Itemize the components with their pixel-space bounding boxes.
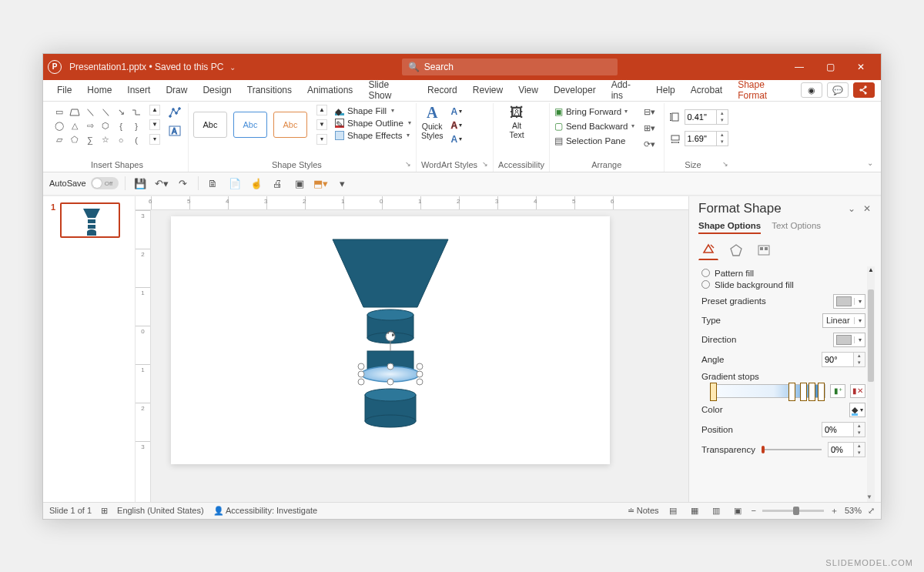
gradient-stop-5[interactable]	[818, 383, 825, 401]
shape-brace2-icon[interactable]: }	[129, 120, 143, 132]
add-gradient-stop-button[interactable]: ▮⁺	[830, 384, 845, 398]
qat-new-button[interactable]: 🗎	[205, 175, 222, 192]
style-preset-3[interactable]: Abc	[273, 112, 307, 138]
wordart-quick-styles-icon[interactable]: A	[427, 105, 437, 120]
text-outline-button[interactable]: A▾	[450, 120, 462, 131]
tab-record[interactable]: Record	[420, 80, 465, 101]
width-input[interactable]: ▴▾	[685, 131, 728, 146]
maximize-button[interactable]: ▢	[815, 54, 845, 80]
shape-effects-button[interactable]: Shape Effects▾	[335, 131, 411, 140]
height-input[interactable]: ▴▾	[685, 109, 728, 125]
pane-options-button[interactable]: ⌄	[844, 201, 859, 216]
sorter-view-button[interactable]: ▦	[687, 504, 702, 517]
qat-more-button[interactable]: ▾	[334, 175, 351, 192]
size-launcher[interactable]: ↘	[722, 160, 728, 168]
wordart-launcher[interactable]: ↘	[482, 160, 488, 168]
tab-review[interactable]: Review	[465, 80, 511, 101]
slide-thumbnail-1[interactable]	[60, 202, 120, 238]
share-button[interactable]	[853, 82, 875, 98]
shape-trapezoid-icon[interactable]	[68, 106, 82, 119]
shape-arrow-r-icon[interactable]: ⇨	[83, 120, 97, 132]
pattern-fill-radio[interactable]: Pattern fill	[701, 269, 875, 278]
slide-canvas[interactable]	[171, 216, 610, 464]
tab-view[interactable]: View	[511, 80, 546, 101]
text-fill-button[interactable]: A▾	[450, 106, 462, 117]
notes-button[interactable]: ≐ Notes	[628, 506, 659, 516]
gradient-color-dropdown[interactable]: ◆ ▾	[849, 403, 865, 417]
reading-view-button[interactable]: ▥	[708, 504, 724, 517]
gallery-scroll[interactable]: ▲▼▾	[149, 105, 160, 145]
shape-hex-icon[interactable]: ⬡	[99, 120, 112, 132]
shape-line-icon[interactable]: ＼	[83, 106, 97, 119]
tab-help[interactable]: Help	[648, 80, 683, 101]
language-indicator[interactable]: English (United States)	[117, 506, 204, 515]
zoom-in-button[interactable]: ＋	[830, 505, 839, 517]
qat-print-button[interactable]: 🖨	[270, 175, 286, 192]
normal-view-button[interactable]: ▤	[665, 504, 681, 517]
shape-connector-icon[interactable]	[129, 106, 143, 119]
gradient-stop-3[interactable]	[800, 383, 807, 401]
shapes-gallery[interactable]: ▭ ＼ ＼ ↘ ◯ △ ⇨ ⬡ { } ▱ ⬠ ∑ ☆ ○	[51, 105, 145, 148]
search-input[interactable]: 🔍 Search	[402, 59, 618, 75]
undo-button[interactable]: ↶▾	[153, 175, 170, 192]
qat-merge-button[interactable]: ⬒▾	[313, 175, 330, 192]
slide-thumbnail-panel[interactable]: 1	[43, 196, 136, 502]
transparency-input[interactable]: ▴▾	[828, 442, 865, 457]
shape-sigma-icon[interactable]: ∑	[83, 134, 97, 146]
shape-fill-button[interactable]: ◆ Shape Fill▾	[335, 106, 411, 115]
qat-touch-button[interactable]: ☝	[248, 175, 265, 192]
effects-tab-icon[interactable]	[726, 240, 746, 260]
tab-home[interactable]: Home	[79, 80, 119, 101]
rotate-button[interactable]: ⟳▾	[641, 139, 659, 151]
shape-oval-icon[interactable]: ◯	[52, 120, 66, 132]
style-gallery-scroll[interactable]: ▲▼▾	[316, 105, 327, 145]
qat-open-button[interactable]: 📄	[226, 175, 243, 192]
style-preset-2[interactable]: Abc	[233, 112, 267, 138]
tab-text-options[interactable]: Text Options	[772, 221, 821, 234]
pane-scrollbar[interactable]: ▲	[867, 266, 875, 502]
selection-pane-button[interactable]: ▤Selection Pane	[554, 135, 634, 146]
tab-animations[interactable]: Animations	[300, 80, 360, 101]
shape-callout-icon[interactable]: ▱	[52, 134, 66, 146]
send-backward-button[interactable]: ▢Send Backward▾	[554, 121, 634, 132]
size-properties-tab-icon[interactable]	[754, 240, 774, 260]
qat-present-button[interactable]: ▣	[291, 175, 308, 192]
position-input[interactable]: ▴▾	[822, 422, 865, 437]
textbox-button[interactable]: A	[166, 123, 183, 139]
zoom-slider[interactable]	[762, 510, 824, 512]
record-indicator-button[interactable]: ◉	[801, 82, 822, 98]
shape-styles-launcher[interactable]: ↘	[405, 160, 411, 168]
pane-scroll-down[interactable]: ▼	[866, 493, 872, 500]
shape-star-icon[interactable]: ☆	[99, 134, 112, 146]
shape-brace-icon[interactable]: {	[114, 120, 128, 132]
shape-triangle-icon[interactable]: △	[68, 120, 82, 132]
tab-draw[interactable]: Draw	[158, 80, 195, 101]
shape-paren-icon[interactable]: (	[129, 134, 143, 146]
tab-design[interactable]: Design	[195, 80, 239, 101]
shape-arrow-line-icon[interactable]: ↘	[114, 106, 128, 119]
style-preset-1[interactable]: Abc	[193, 112, 227, 138]
edit-shape-button[interactable]	[166, 105, 183, 120]
tab-insert[interactable]: Insert	[119, 80, 158, 101]
redo-button[interactable]: ↷	[175, 175, 192, 192]
document-title[interactable]: Presentation1.pptx • Saved to this PC ⌄	[69, 62, 236, 72]
fill-line-tab-icon[interactable]	[698, 240, 718, 260]
transparency-slider[interactable]	[762, 449, 822, 450]
tab-shape-options[interactable]: Shape Options	[698, 221, 761, 234]
shape-circle2-icon[interactable]: ○	[114, 134, 128, 146]
group-button[interactable]: ⊞▾	[641, 122, 659, 135]
remove-gradient-stop-button[interactable]: ▮✕	[850, 384, 865, 398]
slide-bg-fill-radio[interactable]: Slide background fill	[701, 280, 875, 289]
gradient-stop-4[interactable]	[808, 383, 815, 401]
tab-developer[interactable]: Developer	[546, 80, 604, 101]
shape-outline-button[interactable]: ✎ Shape Outline▾	[335, 119, 411, 128]
preset-gradients-dropdown[interactable]: ▾	[833, 294, 865, 309]
shape-pentagon-icon[interactable]: ⬠	[68, 134, 82, 146]
ribbon-collapse-button[interactable]: ⌄	[867, 159, 873, 167]
save-button[interactable]: 💾	[132, 175, 149, 192]
autosave-toggle[interactable]: Off	[91, 177, 119, 189]
shape-line2-icon[interactable]: ＼	[99, 106, 112, 119]
align-button[interactable]: ⊟▾	[641, 106, 659, 119]
tab-acrobat[interactable]: Acrobat	[683, 80, 730, 101]
accessibility-status[interactable]: 👤 Accessibility: Investigate	[213, 506, 318, 516]
